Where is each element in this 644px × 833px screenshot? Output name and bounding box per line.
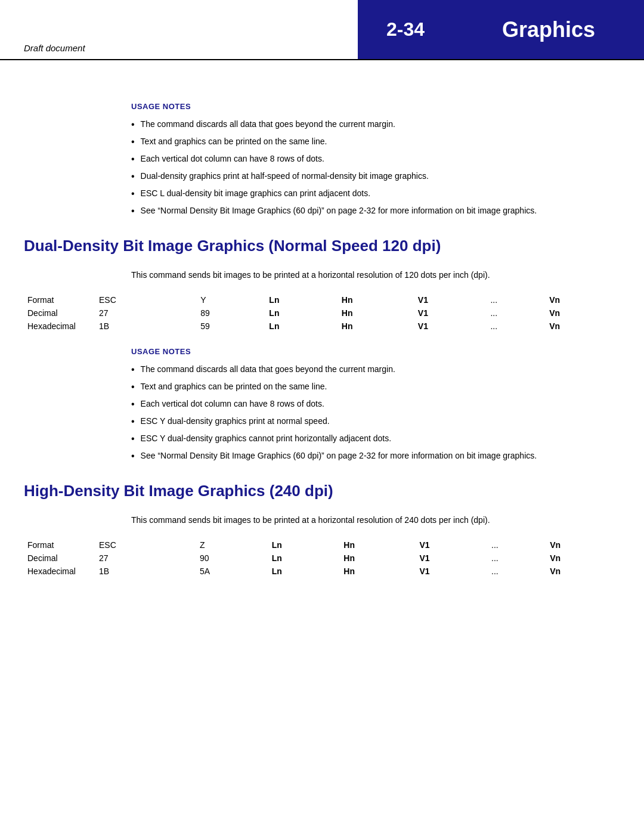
- row-col6: ...: [488, 552, 546, 565]
- row-col6: ...: [488, 538, 546, 552]
- row-col1: ESC: [95, 538, 196, 552]
- row-col4: Hn: [338, 320, 414, 333]
- row-col3: Ln: [265, 293, 338, 306]
- page-header: Draft document 2-34 Graphics: [0, 0, 644, 60]
- list-item: ESC Y dual-density graphics print at nor…: [131, 415, 620, 429]
- row-label: Decimal: [24, 552, 95, 565]
- row-col2: 5A: [196, 565, 268, 578]
- row-col5: V1: [416, 552, 488, 565]
- section1-usage-notes: USAGE NOTES The command discards all dat…: [131, 347, 620, 463]
- row-col5: V1: [414, 306, 487, 320]
- section2-format-table: Format ESC Z Ln Hn V1 ... Vn Decimal 27 …: [24, 538, 620, 578]
- draft-label: Draft document: [24, 43, 85, 53]
- row-col5: V1: [414, 293, 487, 306]
- row-col5: V1: [414, 320, 487, 333]
- row-col2: 89: [197, 306, 265, 320]
- row-col2: 90: [196, 552, 268, 565]
- row-col7: Vn: [546, 293, 620, 306]
- section1-format-table: Format ESC Y Ln Hn V1 ... Vn Decimal 27 …: [24, 293, 620, 333]
- table-row: Hexadecimal 1B 5A Ln Hn V1 ... Vn: [24, 565, 620, 578]
- row-col7: Vn: [546, 565, 620, 578]
- section1-usage-notes-list: The command discards all data that goes …: [131, 363, 620, 463]
- row-col4: Hn: [340, 565, 416, 578]
- row-col1: 1B: [95, 565, 196, 578]
- row-col2: Z: [196, 538, 268, 552]
- page-title: Graphics: [453, 0, 644, 59]
- list-item: ESC Y dual-density graphics cannot print…: [131, 432, 620, 446]
- section2-heading: High-Density Bit Image Graphics (240 dpi…: [24, 481, 620, 501]
- row-col5: V1: [416, 565, 488, 578]
- section1-description: This command sends bit images to be prin…: [131, 268, 620, 281]
- row-label: Format: [24, 293, 95, 306]
- row-col6: ...: [487, 320, 546, 333]
- row-col1: ESC: [95, 293, 197, 306]
- top-usage-notes: USAGE NOTES The command discards all dat…: [131, 102, 620, 218]
- list-item: ESC L dual-density bit image graphics ca…: [131, 187, 620, 201]
- row-col2: 59: [197, 320, 265, 333]
- section2-description: This command sends bit images to be prin…: [131, 513, 620, 527]
- section1-heading: Dual-Density Bit Image Graphics (Normal …: [24, 236, 620, 256]
- list-item: Text and graphics can be printed on the …: [131, 380, 620, 394]
- row-col6: ...: [487, 293, 546, 306]
- row-col7: Vn: [546, 306, 620, 320]
- row-col5: V1: [416, 538, 488, 552]
- table-row: Format ESC Z Ln Hn V1 ... Vn: [24, 538, 620, 552]
- section1: Dual-Density Bit Image Graphics (Normal …: [24, 236, 620, 463]
- list-item: Each vertical dot column can have 8 rows…: [131, 398, 620, 411]
- row-col1: 27: [95, 552, 196, 565]
- row-col7: Vn: [546, 538, 620, 552]
- list-item: The command discards all data that goes …: [131, 363, 620, 377]
- list-item: The command discards all data that goes …: [131, 118, 620, 132]
- list-item: Dual-density graphics print at half-spee…: [131, 170, 620, 184]
- row-col1: 1B: [95, 320, 197, 333]
- row-label: Decimal: [24, 306, 95, 320]
- list-item: Each vertical dot column can have 8 rows…: [131, 153, 620, 166]
- list-item: Text and graphics can be printed on the …: [131, 135, 620, 149]
- row-col4: Hn: [338, 306, 414, 320]
- row-col3: Ln: [265, 306, 338, 320]
- row-label: Hexadecimal: [24, 565, 95, 578]
- row-col1: 27: [95, 306, 197, 320]
- row-col4: Hn: [340, 552, 416, 565]
- header-left: Draft document: [0, 0, 358, 59]
- row-col3: Ln: [268, 538, 340, 552]
- row-col6: ...: [487, 306, 546, 320]
- row-col3: Ln: [268, 552, 340, 565]
- row-col7: Vn: [546, 320, 620, 333]
- row-col4: Hn: [338, 293, 414, 306]
- list-item: See “Normal Density Bit Image Graphics (…: [131, 205, 620, 218]
- row-col7: Vn: [546, 552, 620, 565]
- row-col3: Ln: [268, 565, 340, 578]
- row-col2: Y: [197, 293, 265, 306]
- table-row: Decimal 27 89 Ln Hn V1 ... Vn: [24, 306, 620, 320]
- row-label: Format: [24, 538, 95, 552]
- section1-usage-notes-title: USAGE NOTES: [131, 347, 620, 356]
- top-usage-notes-title: USAGE NOTES: [131, 102, 620, 111]
- row-label: Hexadecimal: [24, 320, 95, 333]
- list-item: See “Normal Density Bit Image Graphics (…: [131, 450, 620, 463]
- table-row: Format ESC Y Ln Hn V1 ... Vn: [24, 293, 620, 306]
- table-row: Hexadecimal 1B 59 Ln Hn V1 ... Vn: [24, 320, 620, 333]
- row-col6: ...: [488, 565, 546, 578]
- section2: High-Density Bit Image Graphics (240 dpi…: [24, 481, 620, 578]
- top-usage-notes-list: The command discards all data that goes …: [131, 118, 620, 218]
- row-col3: Ln: [265, 320, 338, 333]
- table-row: Decimal 27 90 Ln Hn V1 ... Vn: [24, 552, 620, 565]
- row-col4: Hn: [340, 538, 416, 552]
- page-content: USAGE NOTES The command discards all dat…: [0, 60, 644, 620]
- page: Draft document 2-34 Graphics USAGE NOTES…: [0, 0, 644, 833]
- page-number: 2-34: [358, 0, 453, 59]
